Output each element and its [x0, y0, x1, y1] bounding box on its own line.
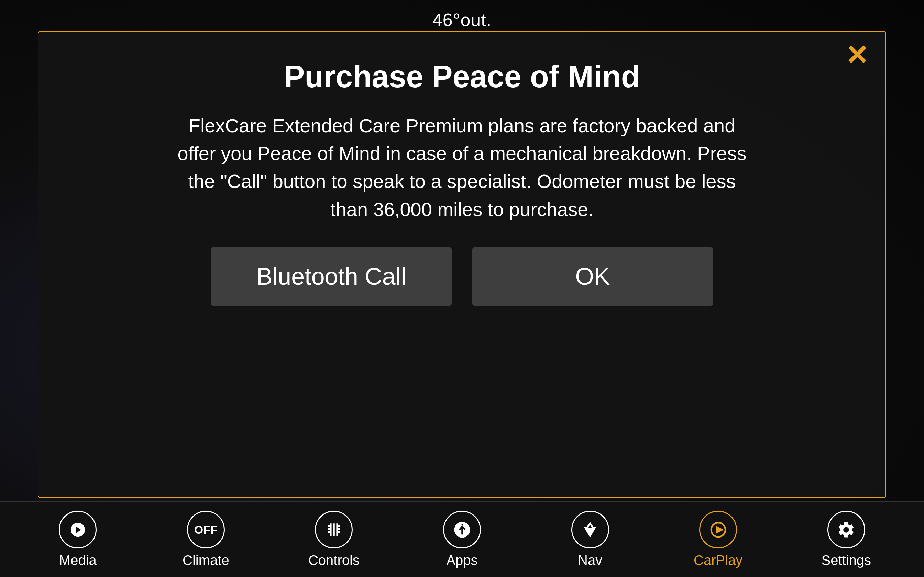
- settings-label: Settings: [821, 553, 871, 568]
- apps-icon-circle: [443, 511, 481, 548]
- carplay-label: CarPlay: [694, 553, 743, 568]
- close-icon: ✕: [845, 40, 868, 71]
- temperature-display: 46°out.: [433, 10, 491, 30]
- settings-gear-icon: [837, 521, 856, 539]
- carplay-icon: [709, 521, 728, 539]
- svg-text:N: N: [588, 527, 591, 531]
- apps-icon: [453, 521, 472, 539]
- close-button[interactable]: ✕: [845, 42, 868, 69]
- modal-title: Purchase Peace of Mind: [284, 59, 640, 95]
- nav-item-climate[interactable]: OFF Climate: [142, 511, 270, 568]
- carplay-icon-circle: [699, 511, 737, 548]
- ok-button[interactable]: OK: [472, 247, 713, 306]
- screen-background: 46°out. ✕ Purchase Peace of Mind FlexCar…: [0, 0, 924, 577]
- svg-marker-2: [716, 526, 724, 534]
- settings-icon-circle: [827, 511, 865, 548]
- bluetooth-call-button[interactable]: Bluetooth Call: [211, 247, 452, 306]
- temperature-value: 46°out.: [433, 10, 491, 30]
- climate-label: Climate: [183, 553, 229, 568]
- nav-item-media[interactable]: Media: [14, 511, 142, 568]
- media-icon-circle: [59, 511, 97, 548]
- media-icon: [68, 521, 87, 539]
- nav-label: Nav: [578, 553, 602, 568]
- controls-icon-circle: [315, 511, 353, 548]
- controls-icon: [325, 521, 343, 539]
- controls-label: Controls: [309, 553, 360, 568]
- climate-icon-circle: OFF: [187, 511, 225, 548]
- nav-compass-icon: N: [581, 521, 599, 539]
- nav-item-apps[interactable]: Apps: [398, 511, 526, 568]
- nav-item-carplay[interactable]: CarPlay: [654, 511, 782, 568]
- climate-off-icon: OFF: [194, 523, 218, 537]
- bottom-navigation: Media OFF Climate Controls: [0, 501, 924, 577]
- nav-item-controls[interactable]: Controls: [270, 511, 398, 568]
- nav-icon-circle: N: [571, 511, 609, 548]
- modal-buttons: Bluetooth Call OK: [66, 247, 858, 306]
- nav-item-nav[interactable]: N Nav: [526, 511, 654, 568]
- modal-dialog: ✕ Purchase Peace of Mind FlexCare Extend…: [38, 31, 886, 498]
- media-label: Media: [59, 553, 97, 568]
- modal-body-text: FlexCare Extended Care Premium plans are…: [170, 111, 754, 223]
- apps-label: Apps: [446, 553, 478, 568]
- nav-item-settings[interactable]: Settings: [782, 511, 910, 568]
